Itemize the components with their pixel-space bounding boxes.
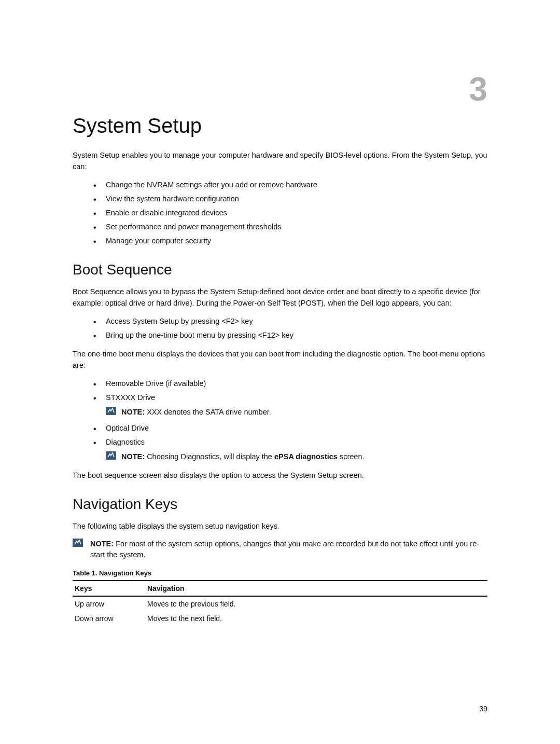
cell-key: Up arrow <box>73 596 147 611</box>
table-header-row: Keys Navigation <box>73 581 487 596</box>
document-page: 3 System Setup System Setup enables you … <box>0 0 560 744</box>
boot-paragraph-1: Boot Sequence allows you to bypass the S… <box>73 286 487 309</box>
cell-key: Down arrow <box>73 611 147 626</box>
note-text: NOTE: For most of the system setup optio… <box>88 539 487 561</box>
note-icon <box>73 539 83 547</box>
nav-paragraph: The following table displays the system … <box>73 521 487 532</box>
page-title: System Setup <box>73 114 487 137</box>
note-icon <box>106 451 116 460</box>
note-icon <box>106 407 116 415</box>
list-item: Access System Setup by pressing <F2> key <box>93 315 487 327</box>
note-block: NOTE: For most of the system setup optio… <box>73 539 487 561</box>
boot-paragraph-2: The one-time boot menu displays the devi… <box>73 349 487 371</box>
list-item: Removable Drive (if available) <box>93 378 487 390</box>
note-text: NOTE: XXX denotes the SATA drive number. <box>121 407 271 418</box>
column-header-keys: Keys <box>73 581 147 596</box>
boot-bullet-list-2: Removable Drive (if available) STXXXX Dr… <box>73 378 487 463</box>
intro-paragraph: System Setup enables you to manage your … <box>73 150 487 173</box>
note-text: NOTE: Choosing Diagnostics, will display… <box>121 451 365 463</box>
note-block: NOTE: Choosing Diagnostics, will display… <box>106 451 487 463</box>
note-body: XXX denotes the SATA drive number. <box>147 408 271 416</box>
note-body-strong: ePSA diagnostics <box>274 452 338 461</box>
page-number: 39 <box>479 705 487 713</box>
note-label: NOTE: <box>90 540 116 548</box>
chapter-number: 3 <box>469 73 487 106</box>
list-item: Set performance and power management thr… <box>93 221 487 233</box>
boot-bullet-list-1: Access System Setup by pressing <F2> key… <box>73 315 487 341</box>
list-item-label: STXXXX Drive <box>106 393 155 402</box>
note-label: NOTE: <box>121 452 147 461</box>
column-header-navigation: Navigation <box>147 581 487 596</box>
list-item: Manage your computer security <box>93 235 487 247</box>
boot-sequence-heading: Boot Sequence <box>73 261 487 278</box>
table-caption: Table 1. Navigation Keys <box>73 569 487 577</box>
cell-nav: Moves to the previous field. <box>147 596 487 611</box>
navigation-keys-heading: Navigation Keys <box>73 496 487 513</box>
list-item-label: Diagnostics <box>106 438 145 446</box>
navigation-keys-table: Keys Navigation Up arrow Moves to the pr… <box>73 580 487 626</box>
list-item: Bring up the one-time boot menu by press… <box>93 329 487 341</box>
note-body-post: screen. <box>338 452 365 461</box>
note-body-pre: Choosing Diagnostics, will display the <box>147 452 274 461</box>
boot-paragraph-3: The boot sequence screen also displays t… <box>73 470 487 481</box>
list-item: STXXXX Drive NOTE: XXX denotes the SATA … <box>93 392 487 418</box>
cell-nav: Moves to the next field. <box>147 611 487 626</box>
note-body: For most of the system setup options, ch… <box>90 540 479 559</box>
list-item: Diagnostics NOTE: Choosing Diagnostics, … <box>93 436 487 463</box>
note-label: NOTE: <box>121 408 147 416</box>
list-item: Enable or disable integrated devices <box>93 207 487 219</box>
table-row: Down arrow Moves to the next field. <box>73 611 487 626</box>
list-item: View the system hardware configuration <box>93 193 487 205</box>
list-item: Change the NVRAM settings after you add … <box>93 179 487 191</box>
list-item: Optical Drive <box>93 422 487 434</box>
table-row: Up arrow Moves to the previous field. <box>73 596 487 611</box>
intro-bullet-list: Change the NVRAM settings after you add … <box>73 179 487 247</box>
note-block: NOTE: XXX denotes the SATA drive number. <box>106 407 487 418</box>
